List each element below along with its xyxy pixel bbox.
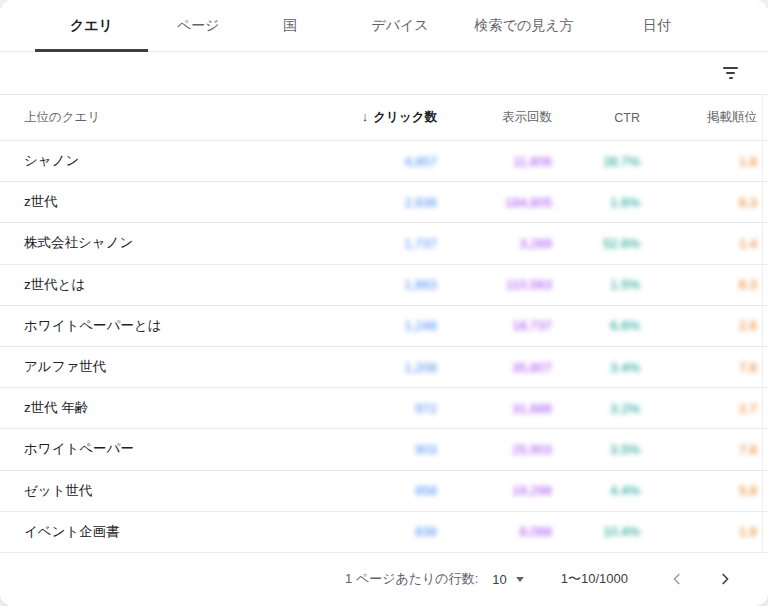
tab-queries[interactable]: クエリ [35,0,148,51]
table-body: シャノン 4,857 11,806 28.7% 1.8 z世代 2,936 18… [0,141,768,553]
ctr-value-redacted: 52.6% [552,236,640,251]
impressions-value-redacted: 19,298 [437,483,552,498]
pagination-range: 1〜10/1000 [561,570,628,588]
previous-page-button[interactable] [664,566,690,592]
clicks-value-redacted: 858 [322,483,437,498]
clicks-value-redacted: 903 [322,442,437,457]
tab-dates[interactable]: 日付 [580,0,734,51]
tab-label: ページ [177,17,220,35]
clicks-value-redacted: 4,857 [322,154,437,169]
query-cell: イベント企画書 [0,523,322,541]
tab-label: 日付 [643,17,671,35]
filter-bar [0,52,768,95]
impressions-value-redacted: 35,807 [437,360,552,375]
query-cell: z世代とは [0,276,322,294]
filter-icon [723,67,738,79]
impressions-value-redacted: 25,903 [437,442,552,457]
query-cell: アルファ世代 [0,358,322,376]
impressions-value-redacted: 8,088 [437,524,552,539]
rows-per-page-label: 1 ページあたりの行数: [345,570,478,588]
table-row[interactable]: z世代 年齢 972 31,688 3.2% 2.7 [0,388,768,429]
column-header-impressions[interactable]: 表示回数 [437,109,552,126]
position-value-redacted: 1.8 [640,524,757,539]
dropdown-caret-icon [516,577,524,582]
clicks-header-label: クリック数 [373,110,437,124]
tab-label: デバイス [371,17,428,35]
impressions-value-redacted: 31,688 [437,401,552,416]
tab-search-appearance[interactable]: 検索での見え方 [468,0,580,51]
rows-per-page-select[interactable]: 10 [492,572,523,587]
position-value-redacted: 1.4 [640,236,757,251]
tab-devices[interactable]: デバイス [332,0,468,51]
query-cell: ホワイトペーパー [0,440,322,458]
tab-label: 国 [283,17,297,35]
table-row[interactable]: 株式会社シャノン 1,737 3,269 52.6% 1.4 [0,223,768,264]
clicks-value-redacted: 1,737 [322,236,437,251]
table: 上位のクエリ ↓クリック数 表示回数 CTR 掲載順位 シャノン 4,857 1… [0,95,768,553]
query-cell: z世代 [0,193,322,211]
table-row[interactable]: z世代 2,936 184,805 1.6% 6.3 [0,182,768,223]
pagination-bar: 1 ページあたりの行数: 10 1〜10/1000 [0,553,768,606]
ctr-value-redacted: 1.6% [552,195,640,210]
column-header-position[interactable]: 掲載順位 [640,109,757,126]
position-value-redacted: 6.3 [640,195,757,210]
table-row[interactable]: アルファ世代 1,208 35,807 3.4% 7.8 [0,347,768,388]
ctr-value-redacted: 6.6% [552,318,640,333]
ctr-value-redacted: 3.2% [552,401,640,416]
query-cell: ホワイトペーパーとは [0,317,322,335]
performance-card: クエリ ページ 国 デバイス 検索での見え方 日付 上位のクエリ ↓クリック数 … [0,0,768,606]
next-page-button[interactable] [712,566,738,592]
ctr-value-redacted: 10.4% [552,524,640,539]
chevron-right-icon [716,570,734,588]
column-header-clicks[interactable]: ↓クリック数 [322,109,437,126]
clicks-value-redacted: 1,663 [322,277,437,292]
position-value-redacted: 6.3 [640,277,757,292]
impressions-value-redacted: 11,806 [437,154,552,169]
table-row[interactable]: ホワイトペーパー 903 25,903 3.5% 7.8 [0,429,768,470]
position-value-redacted: 7.8 [640,360,757,375]
impressions-value-redacted: 184,805 [437,195,552,210]
rows-per-page-value: 10 [492,572,506,587]
chevron-left-icon [668,570,686,588]
impressions-value-redacted: 3,269 [437,236,552,251]
ctr-value-redacted: 28.7% [552,154,640,169]
tab-pages[interactable]: ページ [148,0,248,51]
ctr-value-redacted: 4.4% [552,483,640,498]
filter-button[interactable] [717,61,744,85]
tab-bar: クエリ ページ 国 デバイス 検索での見え方 日付 [0,0,768,52]
impressions-value-redacted: 18,737 [437,318,552,333]
query-cell: ゼット世代 [0,482,322,500]
position-value-redacted: 1.8 [640,154,757,169]
ctr-value-redacted: 1.5% [552,277,640,292]
impressions-value-redacted: 110,563 [437,277,552,292]
table-row[interactable]: シャノン 4,857 11,806 28.7% 1.8 [0,141,768,182]
column-header-query[interactable]: 上位のクエリ [0,109,322,126]
table-header-row: 上位のクエリ ↓クリック数 表示回数 CTR 掲載順位 [0,95,768,141]
query-cell: z世代 年齢 [0,399,322,417]
query-cell: シャノン [0,152,322,170]
clicks-value-redacted: 838 [322,524,437,539]
table-row[interactable]: ゼット世代 858 19,298 4.4% 5.8 [0,471,768,512]
clicks-value-redacted: 1,248 [322,318,437,333]
clicks-value-redacted: 972 [322,401,437,416]
position-value-redacted: 7.8 [640,442,757,457]
ctr-value-redacted: 3.4% [552,360,640,375]
column-header-ctr[interactable]: CTR [552,111,640,125]
table-row[interactable]: イベント企画書 838 8,088 10.4% 1.8 [0,512,768,553]
table-row[interactable]: ホワイトペーパーとは 1,248 18,737 6.6% 2.6 [0,306,768,347]
clicks-value-redacted: 1,208 [322,360,437,375]
clicks-value-redacted: 2,936 [322,195,437,210]
sort-desc-icon: ↓ [362,109,369,124]
position-value-redacted: 2.6 [640,318,757,333]
tab-label: 検索での見え方 [475,17,574,35]
table-row[interactable]: z世代とは 1,663 110,563 1.5% 6.3 [0,265,768,306]
tab-countries[interactable]: 国 [248,0,332,51]
position-value-redacted: 5.8 [640,483,757,498]
query-cell: 株式会社シャノン [0,234,322,252]
position-value-redacted: 2.7 [640,401,757,416]
tab-label: クエリ [70,17,113,35]
ctr-value-redacted: 3.5% [552,442,640,457]
